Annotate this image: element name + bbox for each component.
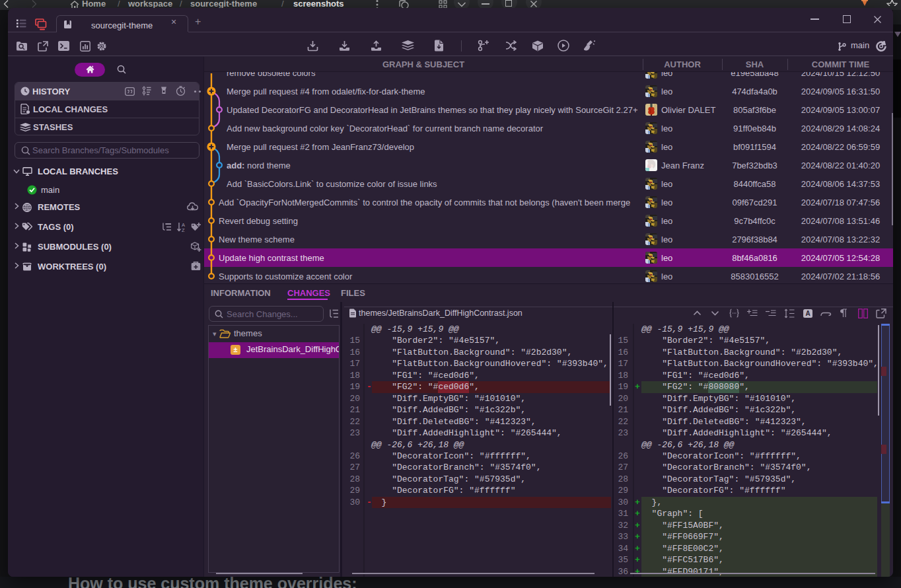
svg-text:Z: Z [182,227,185,233]
